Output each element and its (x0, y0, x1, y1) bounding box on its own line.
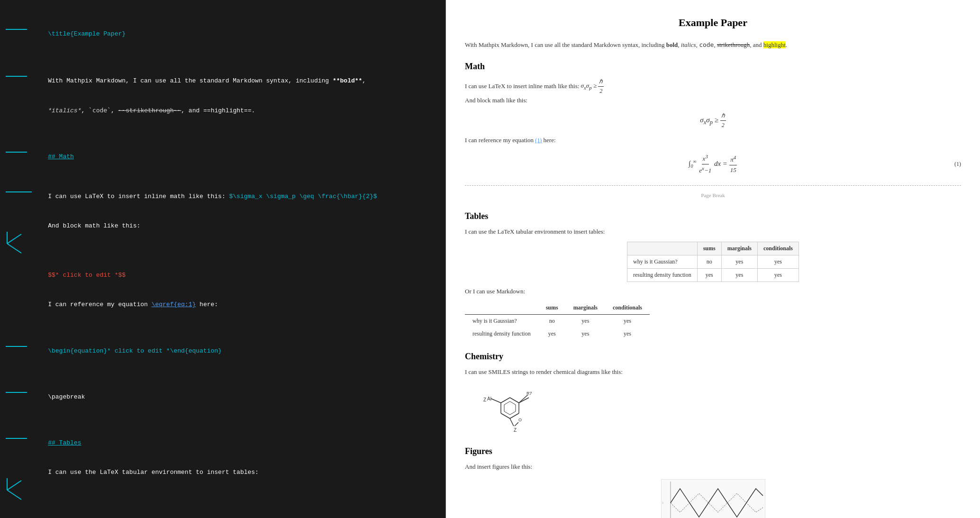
block-math-label: And block math like this: (28, 211, 436, 241)
table-header-row: sums marginals conditionals (627, 242, 799, 255)
preview-math-inline-p: I can use LaTeX to insert inline math li… (465, 77, 961, 106)
md-table-header-row: sums marginals conditionals (465, 301, 650, 315)
eq-ref-line: I can reference my equation \eqref{eq:1}… (28, 291, 436, 320)
equation-click-block[interactable]: \begin{equation}* click to edit *\end{eq… (28, 327, 436, 366)
svg-line-16 (504, 411, 510, 415)
svg-line-2 (7, 234, 21, 244)
chemistry-diagram: Al R7 Z Z O (479, 384, 961, 435)
svg-line-5 (7, 481, 21, 490)
v-connector-math (2, 232, 28, 255)
preview-figure: 0 1 0 5 10 (661, 479, 765, 518)
preview-chemistry-heading: Chemistry (465, 350, 961, 364)
md-table-cell: yes (605, 327, 650, 340)
md-table-row: why is it Gaussian? no yes yes (465, 315, 650, 328)
table-row: why is it Gaussian? no yes yes (627, 255, 799, 268)
tables-desc-line: I can use the LaTeX tabular environment … (28, 458, 436, 487)
math-desc-line: I can use LaTeX to insert inline math li… (28, 172, 436, 211)
table-cell: yes (758, 268, 799, 282)
title-line: \title{Example Paper} (28, 9, 436, 49)
svg-line-23 (515, 422, 518, 426)
table-header-marginals: marginals (721, 242, 757, 255)
table-cell: yes (758, 255, 799, 268)
table-header-conditionals: conditionals (758, 242, 799, 255)
eq-ref-link[interactable]: (1) (535, 137, 542, 144)
table-cell: no (697, 255, 721, 268)
figure-chart-svg: 0 1 0 5 10 (661, 479, 765, 518)
svg-rect-29 (661, 479, 765, 518)
table-cell: why is it Gaussian? (627, 255, 697, 268)
table-cell: yes (697, 268, 721, 282)
preview-tables-desc: I can use the LaTeX tabular environment … (465, 227, 961, 237)
svg-line-13 (510, 401, 516, 405)
svg-text:R7: R7 (526, 391, 532, 396)
math-click-block[interactable]: $$* click to edit *$$ (28, 241, 436, 291)
code-editor[interactable]: \title{Example Paper} With Mathpix Markd… (0, 0, 445, 518)
preview-numbered-equation: ∫0∞ x3ex−1 dx = π415 (1) (465, 153, 961, 176)
equation-number: (1) (954, 160, 961, 169)
preview-panel[interactable]: Example Paper With Mathpix Markdown, I c… (446, 0, 980, 518)
md-table-row: resulting density function yes yes yes (465, 327, 650, 340)
svg-text:O: O (518, 418, 522, 422)
md-table-cell: why is it Gaussian? (465, 315, 538, 328)
intro-line-1: With Mathpix Markdown, I can use all the… (28, 56, 436, 96)
preview-title: Example Paper (465, 14, 961, 31)
md-table-header-marginals: marginals (566, 301, 605, 315)
math-heading-line: ## Math (28, 133, 436, 172)
md-table-header-empty (465, 301, 538, 315)
pagebreak-line: \pagebreak (28, 373, 436, 412)
chem-svg: Al R7 Z Z O (479, 384, 541, 432)
svg-text:1: 1 (662, 501, 664, 505)
md-table-cell: resulting density function (465, 327, 538, 340)
md-table-cell: no (538, 315, 566, 328)
v-connector-table (2, 478, 28, 502)
table-cell: yes (721, 268, 757, 282)
preview-block-math: σxσp ≥ ℏ2 (465, 111, 961, 130)
md-table-header-conditionals: conditionals (605, 301, 650, 315)
title-command: \title{Example Paper} (48, 30, 126, 37)
svg-line-4 (7, 490, 21, 500)
md-table-cell: yes (538, 327, 566, 340)
table-cell: yes (721, 255, 757, 268)
md-table-cell: yes (605, 315, 650, 328)
preview-math-heading: Math (465, 60, 961, 73)
preview-eq-ref-p: I can reference my equation (1) here: (465, 136, 961, 145)
svg-line-18 (504, 401, 510, 405)
preview-or-markdown: Or I can use Markdown: (465, 287, 961, 297)
preview-intro: With Mathpix Markdown, I can use all the… (465, 40, 961, 50)
svg-text:Al: Al (487, 396, 491, 401)
preview-figures-desc: And insert figures like this: (465, 462, 961, 472)
tabular-click-block[interactable]: \begin{tabular}* click to edit *\end{tab… (28, 488, 436, 518)
table-header-sums: sums (697, 242, 721, 255)
preview-md-table: sums marginals conditionals why is it Ga… (465, 301, 650, 341)
intro-line-2: *italics*, `code`, ~~strikethrough~~, an… (28, 96, 436, 126)
preview-chemistry-desc: I can use SMILES strings to render chemi… (465, 367, 961, 377)
md-table-cell: yes (566, 327, 605, 340)
table-row: resulting density function yes yes yes (627, 268, 799, 282)
svg-line-1 (7, 244, 21, 253)
table-header-empty (627, 242, 697, 255)
page-break-label: Page Break (465, 191, 961, 200)
svg-line-22 (510, 418, 514, 426)
svg-text:Z: Z (483, 397, 486, 402)
md-table-cell: yes (566, 315, 605, 328)
svg-text:Z: Z (514, 427, 517, 432)
svg-line-21 (491, 399, 501, 403)
preview-latex-table: sums marginals conditionals why is it Ga… (627, 242, 799, 282)
table-cell: resulting density function (627, 268, 697, 282)
md-table-header-sums: sums (538, 301, 566, 315)
svg-line-15 (510, 411, 516, 415)
preview-figures-heading: Figures (465, 445, 961, 458)
tables-heading-line: ## Tables (28, 418, 436, 458)
preview-tables-heading: Tables (465, 209, 961, 223)
page-break-divider (465, 185, 961, 186)
